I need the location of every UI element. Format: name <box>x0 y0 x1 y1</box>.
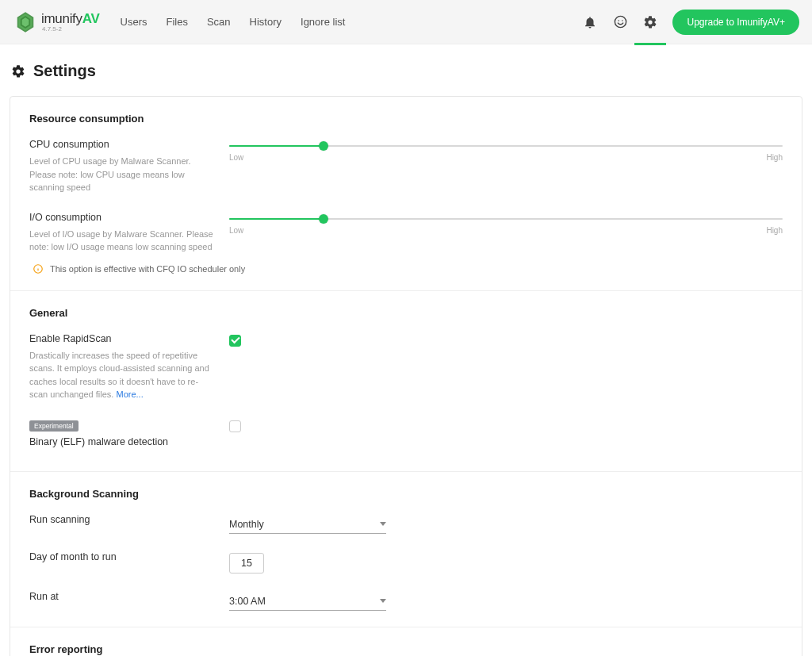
section-title: Background Scanning <box>29 488 783 500</box>
upgrade-button[interactable]: Upgrade to ImunifyAV+ <box>672 10 799 35</box>
cpu-label: CPU consumption <box>29 139 216 150</box>
day-of-month-label: Day of month to run <box>29 551 216 562</box>
main-nav: Users Files Scan History Ignore list <box>121 0 346 44</box>
row-io: I/O consumption Level of I/O usage by Ma… <box>29 212 783 254</box>
rapidscan-label: Enable RapidScan <box>29 333 216 344</box>
logo-icon <box>14 11 36 33</box>
slider-low-label: Low <box>229 153 243 162</box>
experimental-badge: Experimental <box>29 420 79 432</box>
chevron-down-icon <box>380 599 386 603</box>
cpu-slider[interactable]: Low High <box>229 140 783 162</box>
run-at-label: Run at <box>29 591 216 602</box>
row-elf: Experimental Binary (ELF) malware detect… <box>29 419 783 452</box>
support-icon[interactable] <box>612 14 628 30</box>
settings-panel: Resource consumption CPU consumption Lev… <box>10 96 802 656</box>
slider-thumb[interactable] <box>319 214 328 224</box>
section-general: General Enable RapidScan Drastically inc… <box>10 291 802 472</box>
row-run-scanning: Run scanning Monthly <box>29 514 783 534</box>
page-title: Settings <box>33 62 96 80</box>
nav-users[interactable]: Users <box>121 0 147 44</box>
svg-marker-1 <box>21 17 30 28</box>
svg-point-2 <box>615 16 626 27</box>
elf-label: Binary (ELF) malware detection <box>29 436 216 447</box>
nav-scan[interactable]: Scan <box>207 0 231 44</box>
logo-text: imunifyAV <box>41 11 100 26</box>
gear-icon[interactable] <box>642 14 658 30</box>
section-title: Error reporting <box>29 643 783 655</box>
row-day-of-month: Day of month to run <box>29 551 783 574</box>
io-note: This option is effective with CFQ IO sch… <box>33 263 783 274</box>
elf-checkbox[interactable] <box>229 420 241 432</box>
nav-files[interactable]: Files <box>166 0 187 44</box>
page-header: Settings <box>0 44 812 96</box>
more-link[interactable]: More... <box>116 389 143 399</box>
cpu-desc: Level of CPU usage by Malware Scanner. P… <box>29 155 216 194</box>
gear-icon <box>11 64 25 79</box>
rapidscan-desc: Drastically increases the speed of repet… <box>29 349 216 401</box>
section-title: General <box>29 307 783 319</box>
slider-thumb[interactable] <box>319 141 328 151</box>
io-desc: Level of I/O usage by Malware Scanner. P… <box>29 228 216 254</box>
info-icon <box>33 263 44 274</box>
run-scanning-select[interactable]: Monthly <box>229 516 386 534</box>
io-slider[interactable]: Low High <box>229 213 783 235</box>
topbar: imunifyAV 4.7.5-2 Users Files Scan Histo… <box>0 0 812 44</box>
slider-high-label: High <box>766 153 783 162</box>
section-error: Error reporting Enable Sentry error repo… <box>10 627 802 657</box>
svg-point-3 <box>618 20 619 21</box>
run-at-select[interactable]: 3:00 AM <box>229 593 386 611</box>
section-title: Resource consumption <box>29 113 783 125</box>
svg-point-4 <box>622 20 623 21</box>
io-label: I/O consumption <box>29 212 216 223</box>
run-scanning-label: Run scanning <box>29 514 216 525</box>
chevron-down-icon <box>380 522 386 526</box>
nav-ignore-list[interactable]: Ignore list <box>301 0 345 44</box>
section-resource: Resource consumption CPU consumption Lev… <box>10 97 802 291</box>
bell-icon[interactable] <box>582 14 598 30</box>
row-rapidscan: Enable RapidScan Drastically increases t… <box>29 333 783 401</box>
rapidscan-checkbox[interactable] <box>229 335 241 347</box>
io-note-text: This option is effective with CFQ IO sch… <box>50 264 245 274</box>
slider-high-label: High <box>766 226 783 235</box>
row-run-at: Run at 3:00 AM <box>29 591 783 611</box>
slider-low-label: Low <box>229 226 243 235</box>
logo[interactable]: imunifyAV 4.7.5-2 <box>14 11 100 33</box>
nav-history[interactable]: History <box>250 0 282 44</box>
section-background: Background Scanning Run scanning Monthly… <box>10 472 802 627</box>
row-cpu: CPU consumption Level of CPU usage by Ma… <box>29 139 783 194</box>
logo-version: 4.7.5-2 <box>42 25 100 33</box>
day-of-month-input[interactable] <box>229 553 264 574</box>
